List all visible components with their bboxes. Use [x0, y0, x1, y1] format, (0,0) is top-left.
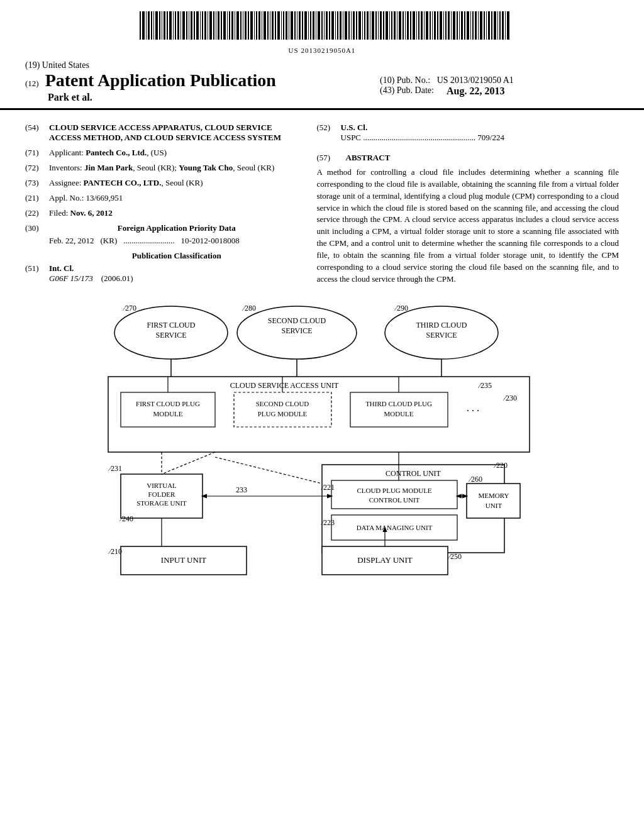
svg-rect-21	[196, 11, 199, 40]
svg-text:DISPLAY UNIT: DISPLAY UNIT	[357, 555, 413, 565]
svg-text:∕220: ∕220	[493, 461, 508, 470]
field-30-num: (30)	[25, 223, 49, 246]
field-72-label: Inventors:	[49, 163, 82, 172]
svg-rect-127	[484, 11, 485, 40]
svg-rect-41	[250, 11, 253, 40]
svg-text:∕240: ∕240	[119, 514, 133, 523]
barcode-image	[133, 11, 511, 44]
field-21-label: Appl. No.:	[49, 193, 84, 202]
svg-text:SERVICE: SERVICE	[426, 331, 457, 340]
pub-date-value: Aug. 22, 2013	[447, 86, 504, 97]
svg-text:SECOND CLOUD: SECOND CLOUD	[268, 316, 326, 325]
svg-rect-12	[173, 11, 174, 40]
field-57-num: (57)	[317, 153, 341, 167]
svg-text:∕280: ∕280	[242, 304, 256, 313]
main-content: (54) CLOUD SERVICE ACCESS APPARATUS, CLO…	[0, 115, 644, 289]
svg-rect-66	[318, 11, 320, 40]
svg-text:VIRTUAL: VIRTUAL	[147, 482, 177, 489]
svg-rect-118	[459, 11, 460, 40]
pub-no-value: US 2013/0219050 A1	[437, 75, 514, 85]
svg-rect-172	[331, 480, 457, 509]
svg-rect-179	[467, 484, 520, 518]
svg-rect-6	[155, 11, 158, 40]
svg-text:∕260: ∕260	[468, 475, 482, 484]
svg-rect-9	[164, 11, 165, 40]
svg-rect-114	[448, 11, 450, 40]
svg-text:∕290: ∕290	[394, 304, 408, 313]
svg-rect-34	[231, 11, 233, 40]
svg-text:FIRST CLOUD PLUG: FIRST CLOUD PLUG	[136, 400, 200, 407]
svg-text:FOLDER: FOLDER	[148, 490, 175, 498]
field-22-content: Filed: Nov. 6, 2012	[49, 208, 304, 218]
svg-text:∕230: ∕230	[502, 394, 517, 402]
svg-rect-79	[353, 11, 355, 40]
svg-text:∕210: ∕210	[108, 547, 122, 556]
svg-rect-17	[186, 11, 187, 40]
svg-rect-74	[340, 11, 341, 40]
pub-date-line: (43) Pub. Date: Aug. 22, 2013	[380, 86, 619, 97]
svg-rect-48	[270, 11, 270, 40]
svg-text:THIRD CLOUD PLUG: THIRD CLOUD PLUG	[365, 400, 432, 407]
field-30-label: Foreign Application Priority Data	[49, 223, 304, 233]
svg-rect-19	[191, 11, 192, 40]
svg-rect-100	[410, 11, 411, 40]
svg-rect-47	[267, 11, 269, 40]
svg-rect-119	[461, 11, 463, 40]
field-30-detail: Feb. 22, 2012 (KR) .....................…	[49, 233, 304, 246]
patent-kind-prefix: (12)	[25, 79, 39, 89]
svg-rect-106	[426, 11, 428, 40]
svg-rect-45	[262, 11, 262, 40]
svg-rect-70	[329, 11, 330, 40]
field-73-num: (73)	[25, 178, 49, 188]
svg-text:INPUT UNIT: INPUT UNIT	[161, 555, 206, 565]
svg-rect-129	[488, 11, 490, 40]
svg-rect-14	[177, 11, 179, 40]
field-72-num: (72)	[25, 163, 49, 173]
svg-text:MEMORY: MEMORY	[479, 492, 509, 499]
field-54-num: (54)	[25, 123, 49, 143]
svg-rect-50	[275, 11, 276, 40]
svg-text:. . .: . . .	[467, 402, 479, 413]
svg-text:CLOUD PLUG MODULE: CLOUD PLUG MODULE	[357, 487, 431, 494]
svg-rect-96	[399, 11, 401, 40]
svg-rect-124	[475, 11, 477, 40]
field-72-content: Inventors: Jin Man Park, Seoul (KR); You…	[49, 163, 304, 173]
country-label: (19) United States	[25, 60, 276, 70]
field-51-content: Int. Cl. G06F 15/173 (2006.01)	[49, 263, 304, 284]
svg-rect-26	[209, 11, 212, 40]
svg-rect-107	[430, 11, 431, 40]
svg-text:∕223: ∕223	[320, 518, 335, 527]
svg-rect-88	[378, 11, 379, 40]
svg-rect-49	[272, 11, 274, 40]
field-71-content: Applicant: Pantech Co., Ltd., (US)	[49, 148, 304, 158]
svg-rect-85	[370, 11, 370, 40]
svg-rect-91	[386, 11, 388, 40]
svg-rect-7	[159, 11, 160, 40]
field-52-content: U.S. Cl. USPC ..........................…	[341, 123, 619, 143]
svg-rect-123	[472, 11, 474, 40]
svg-rect-133	[499, 11, 501, 40]
field-71-value: Pantech Co., Ltd., (US)	[86, 148, 167, 157]
field-57: (57) ABSTRACT A method for controlling a…	[317, 153, 619, 285]
field-71: (71) Applicant: Pantech Co., Ltd., (US)	[25, 148, 304, 158]
pub-number-text: US 20130219050A1	[0, 47, 644, 54]
field-52-dots: ........................................…	[363, 133, 475, 142]
svg-rect-115	[451, 11, 452, 40]
svg-rect-43	[256, 11, 257, 40]
field-51-label: Int. Cl.	[49, 263, 74, 273]
pub-date-label: (43) Pub. Date:	[380, 86, 434, 97]
svg-rect-99	[407, 11, 409, 40]
svg-rect-125	[478, 11, 479, 40]
svg-rect-27	[213, 11, 214, 40]
field-22-label: Filed:	[49, 208, 68, 218]
svg-rect-80	[356, 11, 357, 40]
svg-rect-61	[304, 11, 307, 40]
svg-text:DATA MANAGING UNIT: DATA MANAGING UNIT	[357, 524, 433, 531]
svg-rect-54	[286, 11, 287, 40]
svg-text:SECOND CLOUD: SECOND CLOUD	[256, 400, 309, 407]
svg-rect-57	[294, 11, 296, 40]
svg-rect-109	[434, 11, 436, 40]
svg-rect-18	[189, 11, 189, 40]
svg-rect-134	[502, 11, 504, 40]
svg-rect-95	[397, 11, 397, 40]
